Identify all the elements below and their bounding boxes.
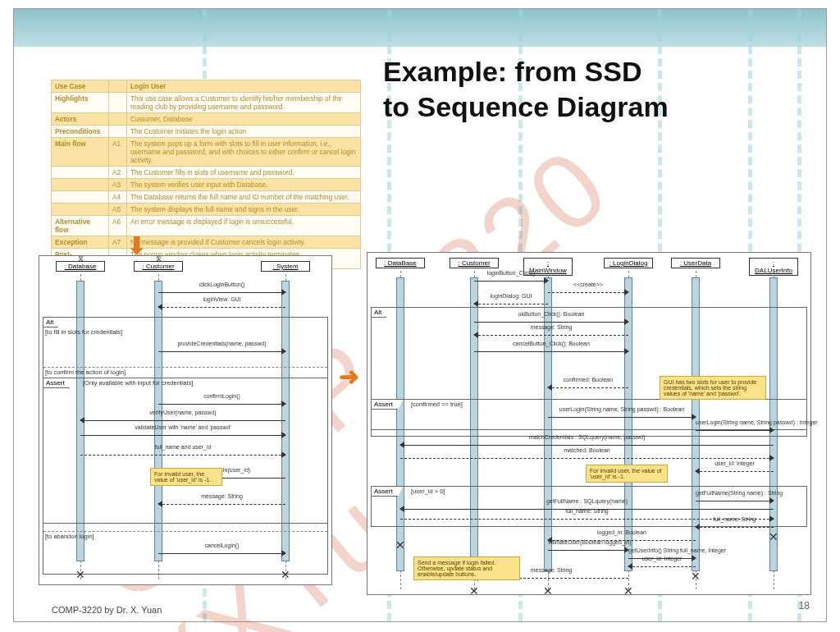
lifeline-head: : Customer: [450, 258, 499, 268]
message-arrow: userLogin(String name, String passwd) : …: [548, 414, 696, 422]
title-line2: to Sequence Diagram: [383, 91, 669, 122]
note: For invalid user, the value of 'user_id'…: [150, 468, 222, 486]
message-arrow: full_name: String: [696, 524, 774, 532]
footer-text: COMP-3220 by Dr. X. Yuan: [52, 605, 162, 615]
lifeline-head: : UserData: [671, 258, 720, 268]
lifeline-head: : System: [261, 261, 310, 272]
destroy-icon: ✕: [395, 538, 405, 552]
message-arrow: full_name and user_id: [80, 451, 285, 460]
message-arrow: confirmed: Boolean: [548, 384, 628, 392]
lifeline-head: 웃: Database: [56, 261, 105, 272]
message-arrow: loginView: GUI: [158, 304, 285, 312]
message-arrow: user_id: Integer: [628, 563, 696, 571]
destroy-icon: ✕: [769, 530, 778, 543]
message-arrow: cancelLogin(): [158, 550, 285, 558]
message-arrow: cancelButton_Click(): Boolean: [474, 348, 628, 356]
slide-title: Example: from SSD to Sequence Diagram: [383, 54, 669, 124]
sequence-diagram: : DataBase: Customer: MainWindow: LoginD…: [367, 252, 811, 595]
ssd-diagram: 웃: Database웃: Customer: SystemAlt[to fil…: [39, 255, 332, 585]
note: GUI has two slots for user to provide cr…: [660, 376, 766, 400]
page-number: 18: [799, 600, 810, 611]
destroy-icon: ✕: [75, 568, 85, 581]
destroy-icon: ✕: [623, 584, 633, 598]
note: For invalid user, the value of 'user_id'…: [586, 465, 668, 483]
message-arrow: confirmLogin(): [158, 401, 285, 409]
destroy-icon: ✕: [543, 584, 553, 598]
lifeline-head: 웃: Customer: [134, 261, 183, 272]
message-arrow: <<create>>: [548, 289, 628, 297]
use-case-table: Use CaseLogin UserHighlightsThis use cas…: [51, 80, 361, 269]
destroy-icon: ✕: [691, 570, 701, 583]
note: Send a message if login failed. Otherwis…: [413, 556, 520, 580]
right-arrow-icon: ➜: [339, 362, 359, 391]
message-arrow: validateUser with 'name' and 'passwd': [80, 432, 285, 440]
destroy-icon: ✕: [469, 584, 479, 598]
message-arrow: validateUser(Boolean logged_in): [548, 547, 628, 555]
message-arrow: provideCredentials(name, passwd): [158, 348, 285, 356]
title-line1: Example: from SSD: [383, 56, 642, 87]
lifeline-head: : DataBase: [376, 258, 425, 268]
slide-frame: COMP-3220 (XYuan) Example: from SSD to S…: [13, 8, 827, 622]
message-arrow: loginDialog: GUI: [474, 300, 548, 309]
top-band: [14, 9, 826, 47]
message-arrow: loginButton_Click(): [474, 277, 548, 286]
lifeline-head: : LoginDialog: [604, 258, 653, 268]
message-arrow: user_id: Integer: [696, 468, 774, 476]
message-arrow: message: String: [158, 501, 285, 509]
destroy-icon: ✕: [281, 568, 290, 581]
message-arrow: message: String: [474, 332, 628, 340]
